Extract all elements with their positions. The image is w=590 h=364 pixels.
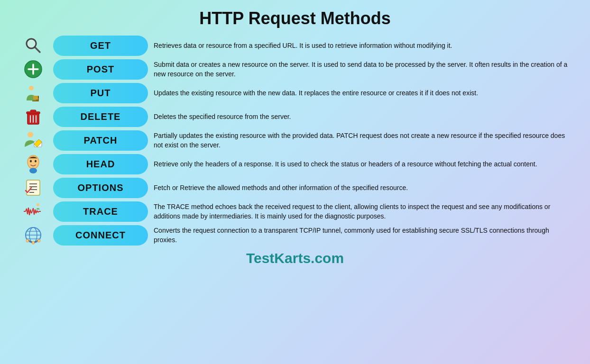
head-description: Retrieve only the headers of a response.… — [154, 159, 571, 169]
svg-point-46 — [37, 203, 39, 206]
methods-list: GETRetrieves data or resource from a spe… — [19, 35, 571, 246]
trace-badge: TRACE — [53, 201, 148, 222]
put-description: Updates the existing resource with the n… — [154, 88, 571, 98]
delete-icon — [19, 106, 47, 127]
method-row-trace: TRACEThe TRACE method echoes back the re… — [19, 201, 571, 222]
head-icon — [19, 154, 47, 174]
svg-rect-12 — [27, 112, 40, 114]
connect-badge: CONNECT — [53, 225, 148, 246]
svg-point-52 — [26, 239, 29, 242]
method-row-head: HEADRetrieve only the headers of a respo… — [19, 154, 571, 174]
method-row-post: POSTSubmit data or creates a new resourc… — [19, 59, 571, 80]
options-badge: OPTIONS — [53, 178, 148, 198]
method-row-options: OPTIONSFetch or Retrieve the allowed met… — [19, 177, 571, 198]
post-badge: POST — [53, 59, 148, 80]
delete-badge: DELETE — [53, 107, 148, 127]
put-badge: PUT — [53, 83, 148, 103]
put-icon — [19, 82, 47, 103]
svg-rect-10 — [33, 96, 38, 100]
method-row-connect: CONNECTConverts the request connection t… — [19, 225, 571, 246]
svg-point-23 — [35, 160, 37, 163]
svg-rect-13 — [30, 110, 36, 112]
options-description: Fetch or Retrieve the allowed methods an… — [154, 183, 571, 192]
connect-description: Converts the request connection to a tra… — [154, 226, 571, 245]
svg-point-22 — [30, 160, 32, 163]
method-row-get: GETRetrieves data or resource from a spe… — [19, 35, 571, 56]
svg-point-54 — [37, 239, 40, 242]
svg-line-44 — [38, 211, 39, 212]
method-row-put: PUTUpdates the existing resource with th… — [19, 82, 571, 103]
svg-point-53 — [32, 241, 35, 244]
delete-description: Deletes the specified resource from the … — [154, 112, 571, 121]
method-row-delete: DELETEDeletes the specified resource fro… — [19, 106, 571, 127]
svg-point-17 — [28, 132, 33, 137]
post-description: Submit data or creates a new resource on… — [154, 60, 571, 79]
head-badge: HEAD — [53, 154, 148, 174]
method-row-patch: PATCHPartially updates the existing reso… — [19, 130, 571, 151]
post-icon — [19, 59, 47, 80]
trace-icon — [19, 201, 47, 222]
svg-point-9 — [29, 86, 34, 91]
get-badge: GET — [53, 36, 148, 56]
connect-icon — [19, 225, 47, 246]
patch-icon — [19, 130, 47, 151]
page-title: HTTP Request Methods — [199, 9, 390, 28]
svg-rect-25 — [27, 180, 40, 195]
get-icon — [19, 35, 47, 56]
patch-badge: PATCH — [53, 130, 148, 151]
trace-description: The TRACE method echoes back the receive… — [154, 202, 571, 221]
svg-point-24 — [29, 168, 37, 173]
svg-line-2 — [35, 47, 40, 52]
get-description: Retrieves data or resource from a specif… — [154, 41, 571, 50]
brand-footer: TestKarts.com — [246, 250, 344, 266]
svg-line-37 — [31, 211, 32, 213]
patch-description: Partially updates the existing resource … — [154, 131, 571, 150]
options-icon — [19, 177, 47, 198]
